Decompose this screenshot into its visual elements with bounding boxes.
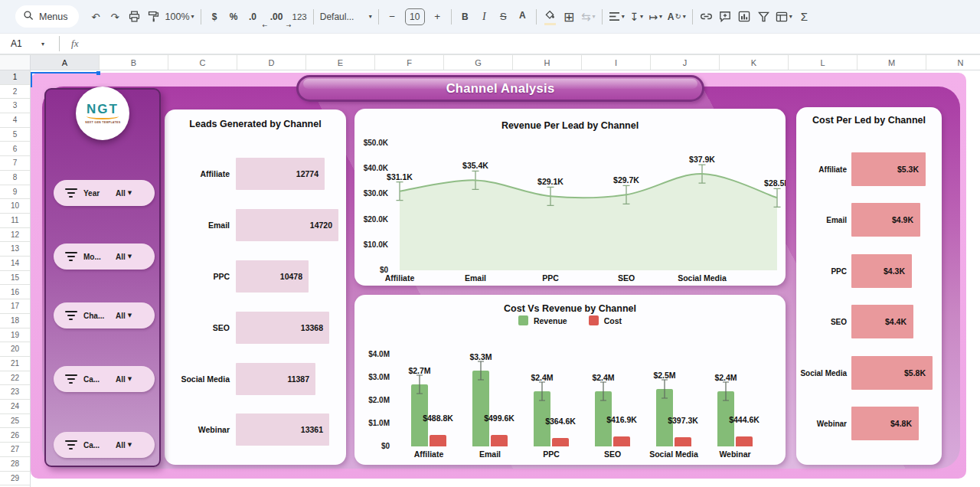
column-header-C[interactable]: C	[168, 55, 237, 70]
column-header-D[interactable]: D	[237, 55, 306, 70]
row-header-1[interactable]: 1	[0, 70, 30, 85]
chevron-down-icon[interactable]: ▾	[41, 41, 44, 47]
cost-per-lead-chart-card[interactable]: Cost Per Led by Channel Affiliate$5.3KEm…	[796, 107, 942, 465]
number-format-button[interactable]: 123	[290, 6, 309, 28]
filter-1-button[interactable]: YearAll▼	[54, 180, 155, 206]
row-header-9[interactable]: 9	[0, 185, 30, 200]
column-header-E[interactable]: E	[306, 55, 375, 70]
cost-vs-revenue-chart-card[interactable]: Cost Vs Revenue by Channel Revenue Cost …	[354, 295, 786, 465]
row-header-29[interactable]: 29	[0, 472, 30, 486]
dashboard[interactable]: Channel Analysis NGT NEXT GEN TEMPLATES …	[31, 73, 966, 479]
row-header-18[interactable]: 18	[0, 314, 30, 328]
column-header-N[interactable]: N	[926, 55, 980, 70]
borders-button[interactable]: ⊞	[560, 6, 579, 28]
font-selector[interactable]: Defaul...▾	[318, 6, 374, 28]
row-header-2[interactable]: 2	[0, 85, 30, 100]
select-all-corner[interactable]	[0, 55, 31, 70]
row-header-5[interactable]: 5	[0, 128, 30, 142]
filter-value[interactable]: All	[116, 189, 126, 198]
chevron-down-icon[interactable]: ▼	[128, 253, 132, 260]
column-header-F[interactable]: F	[375, 55, 444, 70]
column-header-L[interactable]: L	[789, 55, 858, 70]
filter-4-button[interactable]: Ca...All▼	[54, 366, 155, 392]
horizontal-align-button[interactable]: ▾	[606, 6, 627, 28]
row-header-19[interactable]: 19	[0, 328, 30, 343]
revenue-per-lead-chart-card[interactable]: Revenue Per Lead by Channel $0$10.0K$20.…	[354, 109, 786, 286]
italic-button[interactable]: I	[475, 6, 494, 28]
bold-button[interactable]: B	[456, 6, 475, 28]
row-header-6[interactable]: 6	[0, 142, 30, 157]
row-header-12[interactable]: 12	[0, 228, 30, 243]
row-header-25[interactable]: 25	[0, 414, 30, 429]
chevron-down-icon[interactable]: ▼	[128, 312, 132, 319]
insert-link-button[interactable]	[697, 6, 716, 28]
row-header-26[interactable]: 26	[0, 429, 30, 443]
chevron-down-icon[interactable]: ▼	[128, 442, 132, 448]
decrease-decimal-button[interactable]: .0←	[243, 6, 263, 28]
row-header-8[interactable]: 8	[0, 171, 30, 185]
undo-button[interactable]: ↶	[87, 6, 106, 28]
text-rotation-button[interactable]: A↻▾	[665, 6, 688, 28]
functions-button[interactable]: Σ	[795, 6, 814, 28]
filter-value[interactable]: All	[116, 312, 126, 320]
row-header-20[interactable]: 20	[0, 342, 30, 357]
merge-cells-button[interactable]: ⇆▾	[579, 6, 598, 28]
insert-comment-button[interactable]	[716, 6, 735, 28]
print-button[interactable]	[125, 6, 144, 28]
column-header-G[interactable]: G	[444, 55, 513, 70]
chevron-down-icon[interactable]: ▼	[128, 190, 132, 196]
row-header-14[interactable]: 14	[0, 257, 30, 271]
text-wrap-button[interactable]: ↦▾	[646, 6, 665, 28]
leads-bar-value: 14720	[310, 221, 338, 230]
format-percent-button[interactable]: %	[224, 6, 243, 28]
row-header-15[interactable]: 15	[0, 271, 30, 286]
row-header-24[interactable]: 24	[0, 400, 30, 414]
column-header-K[interactable]: K	[720, 55, 789, 70]
column-header-A[interactable]: A	[31, 55, 100, 70]
column-header-M[interactable]: M	[858, 55, 926, 70]
row-header-4[interactable]: 4	[0, 113, 30, 128]
row-header-27[interactable]: 27	[0, 443, 30, 457]
column-header-B[interactable]: B	[100, 55, 168, 70]
filter-3-button[interactable]: Cha...All▼	[54, 302, 155, 328]
strikethrough-button[interactable]: S	[494, 6, 513, 28]
row-header-16[interactable]: 16	[0, 286, 30, 300]
filter-value[interactable]: All	[116, 441, 126, 449]
fill-color-button[interactable]	[541, 6, 560, 28]
menus-search[interactable]: Menus	[15, 5, 79, 28]
row-header-17[interactable]: 17	[0, 299, 30, 314]
chevron-down-icon[interactable]: ▼	[128, 376, 132, 382]
row-header-7[interactable]: 7	[0, 156, 30, 171]
font-size-input[interactable]: 10	[405, 8, 425, 25]
row-header-3[interactable]: 3	[0, 99, 30, 113]
column-header-I[interactable]: I	[582, 55, 651, 70]
row-header-11[interactable]: 11	[0, 214, 30, 228]
paint-format-button[interactable]	[144, 6, 163, 28]
name-box[interactable]: A1	[11, 38, 40, 49]
zoom-control[interactable]: 100%▾	[163, 6, 197, 28]
increase-decimal-button[interactable]: .00→	[267, 6, 286, 28]
filter-views-button[interactable]: ▾	[773, 6, 795, 28]
increase-font-size-button[interactable]: +	[428, 6, 447, 28]
filter-value[interactable]: All	[116, 375, 126, 384]
row-header-10[interactable]: 10	[0, 199, 30, 214]
leads-chart-card[interactable]: Leads Generated by Channel Affiliate1277…	[165, 109, 346, 465]
create-filter-button[interactable]	[754, 6, 773, 28]
row-header-22[interactable]: 22	[0, 371, 30, 386]
row-header-21[interactable]: 21	[0, 357, 30, 371]
redo-button[interactable]: ↷	[106, 6, 125, 28]
selection-handle[interactable]	[96, 71, 100, 75]
row-header-23[interactable]: 23	[0, 385, 30, 400]
column-header-H[interactable]: H	[513, 55, 582, 70]
filter-value[interactable]: All	[116, 253, 126, 261]
column-header-J[interactable]: J	[651, 55, 720, 70]
text-color-button[interactable]: A	[513, 6, 532, 28]
format-currency-button[interactable]: $	[205, 6, 224, 28]
filter-2-button[interactable]: Mo...All▼	[54, 244, 155, 270]
decrease-font-size-button[interactable]: −	[383, 6, 402, 28]
row-header-28[interactable]: 28	[0, 457, 30, 472]
filter-5-button[interactable]: Ca...All▼	[54, 432, 155, 458]
vertical-align-button[interactable]: ↧▾	[627, 6, 646, 28]
row-header-13[interactable]: 13	[0, 242, 30, 257]
insert-chart-button[interactable]	[735, 6, 754, 28]
